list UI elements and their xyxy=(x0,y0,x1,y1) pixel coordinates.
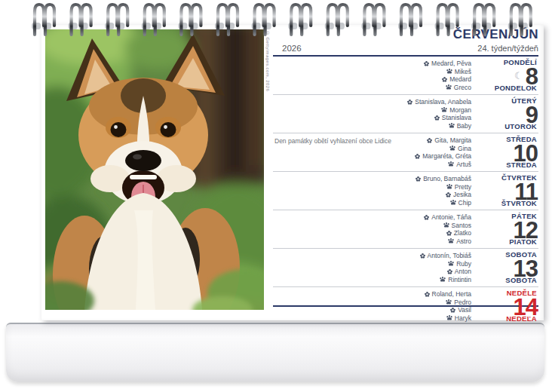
paw-icon xyxy=(446,69,452,74)
slovak-names: Medard Greco xyxy=(442,75,471,91)
paw-icon xyxy=(449,123,455,128)
slovak-dogname-line: Astro xyxy=(448,237,471,246)
corgi-illustration xyxy=(45,29,264,310)
czech-names: Antonín, Tobiáš Ruby xyxy=(420,252,471,268)
slovak-dog-name: Rintintin xyxy=(448,276,471,284)
czech-nameday-line: Stanislava, Anabela xyxy=(407,98,471,106)
day-rows: Medard, Pěva Mikeš Medard Greco PONDĚ xyxy=(273,57,538,307)
day-name-slovak: STREDA xyxy=(506,161,537,169)
day-name-czech: NEDĚLE xyxy=(507,289,537,297)
czech-nameday-line: Gita, Margita xyxy=(427,136,471,145)
moon-icon: ☾ xyxy=(514,69,523,81)
flower-icon xyxy=(415,154,420,159)
photo-credit: © Gettyimages.com, 2026 xyxy=(265,31,270,91)
slovak-nameday-line: Vasil xyxy=(450,306,471,314)
flower-icon xyxy=(425,292,430,297)
paw-icon xyxy=(446,315,452,320)
flower-icon xyxy=(427,138,432,143)
slovak-dogname-line: Rintintin xyxy=(440,276,471,284)
slovak-names: Margaréta, Gréta Artuš xyxy=(415,152,471,168)
flower-icon xyxy=(407,100,412,105)
czech-nameday-names: Gita, Margita xyxy=(434,136,471,145)
czech-dogname-line: Pretty xyxy=(446,183,471,191)
slovak-nameday-line: Stanislava xyxy=(434,114,471,122)
flower-icon xyxy=(416,176,421,182)
czech-dogname-line: Gina xyxy=(449,145,471,153)
czech-nameday-names: Medard, Pěva xyxy=(431,60,471,68)
nameday-column: Bruno, Barnabáš Pretty Jesika Chip xyxy=(416,172,478,210)
flower-icon xyxy=(434,115,440,121)
paw-icon xyxy=(446,299,452,305)
czech-dogname-line: Morgan xyxy=(441,106,471,115)
slovak-nameday-names: Margaréta, Gréta xyxy=(422,152,471,161)
slovak-nameday-names: Anton xyxy=(455,268,471,276)
slovak-nameday-line: Jesika xyxy=(446,191,471,199)
day-row: Roland, Herta Pedro Vasil Haryk NEDĚL xyxy=(273,286,538,325)
day-row: Medard, Pěva Mikeš Medard Greco PONDĚ xyxy=(273,57,538,94)
slovak-dog-name: Baby xyxy=(457,122,471,130)
flower-icon xyxy=(424,215,429,220)
slovak-nameday-line: Anton xyxy=(447,268,471,276)
day-name-slovak: PONDELOK xyxy=(495,84,537,92)
calendar-stand-base xyxy=(6,323,544,382)
slovak-nameday-line: Zlatko xyxy=(446,229,471,237)
czech-nameday-line: Antonín, Tobiáš xyxy=(420,252,471,260)
czech-nameday-names: Stanislava, Anabela xyxy=(415,98,471,106)
czech-nameday-line: Bruno, Barnabáš xyxy=(416,175,471,183)
nameday-column: Stanislava, Anabela Morgan Stanislava Ba… xyxy=(407,95,478,133)
day-name-czech: ČTVRTEK xyxy=(501,174,537,182)
slovak-names: Vasil Haryk xyxy=(446,306,471,322)
slovak-names: Jesika Chip xyxy=(446,191,471,207)
paw-icon xyxy=(443,222,449,228)
czech-names: Gita, Margita Gina xyxy=(427,136,471,152)
czech-names: Medard, Pěva Mikeš xyxy=(424,60,471,75)
flower-icon xyxy=(447,269,452,274)
czech-names: Antonie, Táňa Santos xyxy=(424,213,471,229)
day-block: NEDĚLE 14 NEDEĽA xyxy=(478,287,538,325)
czech-nameday-names: Antonie, Táňa xyxy=(431,213,471,222)
slovak-dogname-line: Haryk xyxy=(446,314,471,323)
day-row: Bruno, Barnabáš Pretty Jesika Chip ČT xyxy=(273,171,538,210)
czech-nameday-names: Antonín, Tobiáš xyxy=(428,252,471,260)
paw-icon xyxy=(446,84,452,90)
calendar-page: © Gettyimages.com, 2026 ČERVEN/JÚN 2026 … xyxy=(41,25,544,320)
day-row: Antonie, Táňa Santos Zlatko Astro PÁT xyxy=(273,210,538,248)
day-name-slovak: UTOROK xyxy=(504,123,537,130)
slovak-dogname-line: Greco xyxy=(446,84,471,92)
paw-icon xyxy=(448,238,454,243)
calendar-grid: ČERVEN/JÚN 2026 24. týden/týždeň Medard,… xyxy=(273,27,538,314)
week-label: 24. týden/týždeň xyxy=(477,44,538,53)
flower-icon xyxy=(446,231,452,236)
slovak-names: Stanislava Baby xyxy=(434,114,471,130)
czech-nameday-line: Medard, Pěva xyxy=(424,60,471,68)
day-block: PONDĚLÍ ☾ 8 PONDELOK xyxy=(478,57,538,94)
slovak-nameday-names: Zlatko xyxy=(454,229,471,237)
day-name-czech: SOBOTA xyxy=(505,251,537,259)
day-block: STŘEDA 10 STREDA xyxy=(478,133,538,171)
flower-icon xyxy=(450,308,455,313)
czech-names: Stanislava, Anabela Morgan xyxy=(407,98,471,114)
czech-names: Bruno, Barnabáš Pretty xyxy=(416,175,471,191)
holiday-note: Den památky obětí vyhlazení obce Lidice xyxy=(274,137,391,145)
day-name-slovak: SOBOTA xyxy=(505,277,537,284)
day-name-czech: PÁTEK xyxy=(511,213,537,220)
czech-dog-name: Ruby xyxy=(456,260,471,268)
flower-icon xyxy=(420,253,425,259)
slovak-dog-name: Greco xyxy=(454,84,471,92)
nameday-column: Medard, Pěva Mikeš Medard Greco xyxy=(424,57,478,94)
spiral-binding xyxy=(0,0,552,38)
flower-icon xyxy=(446,192,451,198)
slovak-dogname-line: Chip xyxy=(450,199,471,207)
nameday-column: Gita, Margita Gina Margaréta, Gréta Artu… xyxy=(415,133,478,171)
czech-dog-name: Pedro xyxy=(454,299,471,307)
slovak-names: Anton Rintintin xyxy=(440,268,471,283)
slovak-nameday-names: Stanislava xyxy=(442,114,471,122)
flower-icon xyxy=(442,77,447,82)
day-name-slovak: PIATOK xyxy=(509,238,537,246)
day-block: SOBOTA 13 SOBOTA xyxy=(478,249,538,286)
slovak-dog-name: Artuš xyxy=(456,161,471,169)
paw-icon xyxy=(441,107,447,112)
czech-dogname-line: Mikeš xyxy=(446,68,471,76)
czech-nameday-line: Roland, Herta xyxy=(425,290,471,299)
czech-dog-name: Santos xyxy=(452,222,471,230)
